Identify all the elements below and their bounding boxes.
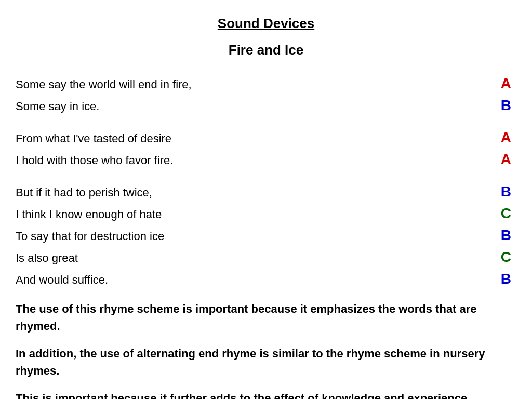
- poem-stanza-3: But if it had to perish twice,BI think I…: [16, 181, 516, 290]
- poem-line: Is also greatC: [16, 246, 516, 268]
- poem-line-text: Some say the world will end in fire,: [16, 76, 490, 93]
- rhyme-label: A: [490, 149, 516, 170]
- poem-stanza-1: Some say the world will end in fire,ASom…: [16, 73, 516, 116]
- poem-line-text: To say that for destruction ice: [16, 228, 490, 245]
- rhyme-label: B: [490, 224, 516, 246]
- analysis-paragraph-1: The use of this rhyme scheme is importan…: [16, 300, 516, 335]
- poem-line: And would suffice.B: [16, 268, 516, 290]
- poem-content: Some say the world will end in fire,ASom…: [16, 73, 516, 290]
- poem-line: From what I've tasted of desireA: [16, 127, 516, 149]
- rhyme-label: A: [490, 73, 516, 95]
- poem-line-text: I hold with those who favor fire.: [16, 152, 490, 169]
- poem-line: But if it had to perish twice,B: [16, 181, 516, 203]
- poem-line-text: From what I've tasted of desire: [16, 130, 490, 147]
- poem-line: Some say in ice.B: [16, 95, 516, 116]
- rhyme-label: B: [490, 181, 516, 203]
- rhyme-label: B: [490, 268, 516, 290]
- poem-line: I think I know enough of hateC: [16, 203, 516, 224]
- poem-title: Fire and Ice: [16, 42, 516, 58]
- poem-line: To say that for destruction iceB: [16, 224, 516, 246]
- poem-stanza-2: From what I've tasted of desireAI hold w…: [16, 127, 516, 170]
- rhyme-label: C: [490, 246, 516, 268]
- analysis-section: The use of this rhyme scheme is importan…: [16, 300, 516, 399]
- poem-line-text: Is also great: [16, 249, 490, 267]
- poem-line-text: Some say in ice.: [16, 98, 490, 115]
- poem-line-text: But if it had to perish twice,: [16, 184, 490, 201]
- poem-line: Some say the world will end in fire,A: [16, 73, 516, 95]
- rhyme-label: A: [490, 127, 516, 149]
- poem-line-text: I think I know enough of hate: [16, 206, 490, 223]
- rhyme-label: C: [490, 203, 516, 224]
- poem-line-text: And would suffice.: [16, 271, 490, 288]
- poem-line: I hold with those who favor fire.A: [16, 149, 516, 170]
- page-title: Sound Devices: [16, 16, 516, 32]
- analysis-paragraph-3: This is important because it further add…: [16, 390, 516, 399]
- analysis-paragraph-2: In addition, the use of alternating end …: [16, 345, 516, 379]
- rhyme-label: B: [490, 95, 516, 116]
